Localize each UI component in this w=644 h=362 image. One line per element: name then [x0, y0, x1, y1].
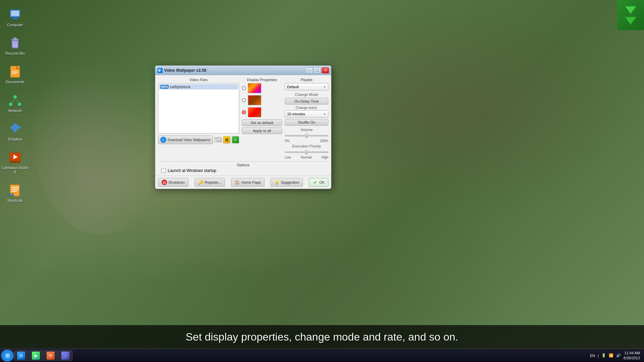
interval-dropdown[interactable]: 10 minutes ▼ — [285, 110, 328, 118]
taskbar-clock[interactable]: 11:44 AM 8/28/2013 — [624, 351, 640, 360]
start-button[interactable]: ⊞ — [1, 350, 13, 361]
radio-2[interactable] — [242, 98, 246, 102]
taskbar-separator-1: | — [598, 354, 599, 358]
taskbar-system-area: EN | 🔋 📶 🔊 11:44 AM 8/28/2013 — [590, 351, 643, 360]
download-label: Download Video Wallpapers! — [168, 138, 211, 142]
svg-marker-1 — [625, 17, 637, 25]
close-button[interactable]: ✕ — [322, 67, 329, 73]
playlist-dropdown[interactable]: Default ▼ — [285, 83, 328, 90]
display-actions: Set as default Apply to all — [242, 119, 282, 134]
svg-rect-10 — [12, 72, 18, 73]
subtitle-text: Set display properties, change mode and … — [186, 331, 459, 343]
volume-track[interactable] — [285, 135, 328, 136]
ok-button[interactable]: ✔ OK — [309, 178, 328, 187]
ok-label: OK — [319, 180, 325, 184]
desktop-icon-camtasia[interactable]: Camtasia Studio 8 — [0, 149, 30, 176]
maximize-button[interactable]: □ — [314, 67, 321, 73]
svg-line-16 — [15, 99, 19, 103]
minimize-button[interactable]: − — [306, 67, 313, 73]
dialog-titlebar: ▶ Video Wallpaper v2.58 − □ ✕ — [155, 66, 331, 75]
home-icon: 🏠 — [235, 180, 240, 185]
download-button[interactable]: ↓ Download Video Wallpapers! — [158, 135, 213, 144]
video-file-list[interactable]: MP4 catfightstock — [158, 83, 239, 133]
taskbar-icon-1: ⊞ — [17, 352, 25, 360]
dialog-footer: ⏻ Shutdown 🔑 Register... 🏠 Home Page 💡 S… — [155, 176, 331, 189]
preview-item-2[interactable] — [242, 95, 282, 105]
set-default-button[interactable]: Set as default — [242, 119, 282, 126]
register-button[interactable]: 🔑 Register... — [195, 178, 225, 187]
preview-thumb-3 — [248, 107, 261, 117]
taskbar-icon-2: ▶ — [32, 352, 40, 360]
shutdown-label: Shutdown — [168, 180, 185, 184]
download-icon: ↓ — [160, 137, 166, 143]
svg-point-13 — [9, 103, 12, 106]
options-section: Options Launch at Windows startup — [158, 161, 328, 173]
preview-item-3[interactable] — [242, 107, 282, 117]
priority-low-label: Low — [285, 156, 291, 159]
priority-thumb[interactable] — [305, 150, 308, 155]
svg-rect-29 — [11, 191, 17, 192]
volume-labels: 0% 100% — [285, 139, 328, 143]
desktop-icon-documents[interactable]: Documents — [0, 64, 30, 85]
desktop-icon-dropbox[interactable]: Dropbox — [0, 121, 30, 143]
subtitle-bar: Set display properties, change mode and … — [0, 325, 644, 349]
desktop-icon-computer[interactable]: Computer — [0, 7, 30, 28]
preview-item-1[interactable] — [242, 83, 282, 93]
taskbar-btn-1[interactable]: ⊞ — [14, 350, 28, 361]
window-controls: − □ ✕ — [306, 67, 329, 73]
svg-marker-0 — [625, 6, 637, 14]
svg-rect-8 — [10, 66, 20, 77]
svg-rect-28 — [11, 189, 19, 190]
desktop-icon-network[interactable]: Network — [0, 93, 30, 114]
taskbar-icon-4: ♪ — [61, 352, 69, 360]
desktop-icon-documents-label: Documents — [6, 80, 24, 84]
radio-3[interactable] — [242, 110, 246, 114]
suggestion-button[interactable]: 💡 Suggestion — [270, 178, 303, 187]
playlist-header: Playlist — [285, 78, 328, 82]
desktop-icon-recycle-label: Recycle Bin — [5, 51, 25, 56]
dialog-title-text: Video Wallpaper v2.58 — [164, 68, 304, 73]
shuffle-button[interactable]: Shuffle On — [285, 119, 328, 126]
radio-1[interactable] — [242, 86, 246, 90]
taskbar-btn-3[interactable]: W — [44, 350, 58, 361]
homepage-button[interactable]: 🏠 Home Page — [231, 178, 265, 187]
taskbar-btn-4[interactable]: ♪ — [58, 350, 72, 361]
priority-high-label: High — [321, 156, 328, 159]
taskbar-btn-2[interactable]: ▶ — [29, 350, 43, 361]
display-properties-section: Display Properties — [242, 78, 282, 159]
desktop-icon-network-label: Network — [8, 109, 22, 113]
apply-all-button[interactable]: Apply to all — [242, 127, 282, 134]
on-delay-time-button[interactable]: On Delay Time — [285, 98, 328, 105]
video-badge-mp4: MP4 — [160, 85, 169, 89]
desktop-icon-shortcuts[interactable]: Shortcuts — [0, 182, 30, 204]
desktop-icon-recycle[interactable]: Recycle Bin — [0, 35, 30, 57]
video-filename: catfightstock — [170, 85, 191, 89]
svg-rect-3 — [11, 11, 19, 16]
check-icon: ✔ — [313, 180, 318, 185]
svg-rect-5 — [12, 19, 18, 19]
shutdown-button[interactable]: ⏻ Shutdown — [158, 178, 189, 187]
volume-max-label: 100% — [320, 139, 328, 143]
toolbar-yellow-button[interactable]: ⊞ — [223, 136, 230, 143]
video-slider[interactable] — [214, 137, 222, 142]
launch-startup-row: Launch at Windows startup — [158, 168, 328, 173]
svg-point-12 — [13, 95, 17, 99]
toolbar-add-button[interactable]: + — [232, 136, 239, 143]
desktop-icon-shortcuts-label: Shortcuts — [7, 198, 23, 203]
volume-slider-container — [285, 132, 328, 139]
svg-line-15 — [11, 99, 15, 103]
video-list-item[interactable]: MP4 catfightstock — [159, 84, 238, 89]
volume-thumb[interactable] — [305, 133, 308, 138]
priority-slider-container — [285, 149, 328, 156]
svg-rect-11 — [12, 73, 16, 74]
launch-startup-checkbox[interactable] — [161, 169, 166, 173]
priority-labels: Low Normal High — [285, 156, 328, 159]
priority-track[interactable] — [285, 152, 328, 153]
dialog-sections: Video Files MP4 catfightstock ↓ Download… — [158, 78, 328, 159]
execution-priority-section: Execution Priority Low Normal High — [285, 144, 328, 159]
svg-rect-4 — [13, 17, 17, 19]
volume-min-label: 0% — [285, 139, 289, 143]
video-toolbar: ↓ Download Video Wallpapers! ⊞ + — [158, 135, 239, 144]
volume-section: Volume 0% 100% — [285, 128, 328, 143]
playlist-dropdown-arrow: ▼ — [323, 85, 326, 88]
